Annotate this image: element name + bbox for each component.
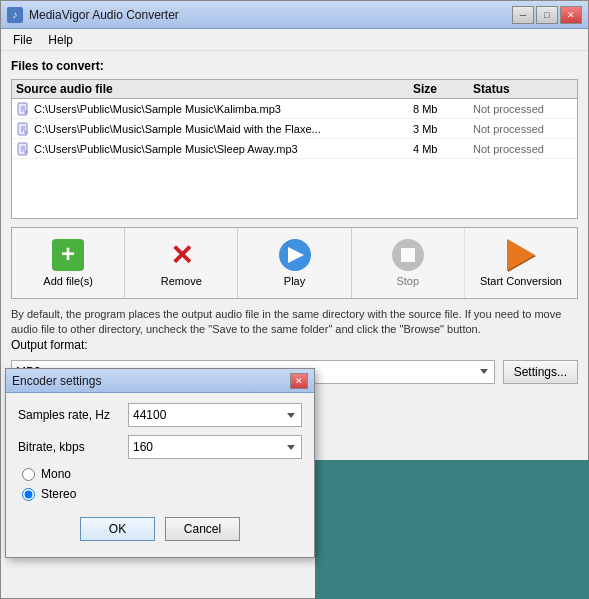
file-name-2: C:\Users\Public\Music\Sample Music\Sleep… xyxy=(16,142,413,156)
music-file-icon xyxy=(16,142,30,156)
header-name: Source audio file xyxy=(16,82,413,96)
close-button[interactable]: ✕ xyxy=(560,6,582,24)
header-size: Size xyxy=(413,82,473,96)
bitrate-select[interactable]: 160 128 96 64 320 xyxy=(128,435,302,459)
music-file-icon xyxy=(16,122,30,136)
bitrate-row: Bitrate, kbps 160 128 96 64 320 xyxy=(18,435,302,459)
minimize-button[interactable]: ─ xyxy=(512,6,534,24)
file-list-header: Source audio file Size Status xyxy=(12,80,577,99)
play-button[interactable]: Play xyxy=(238,228,351,298)
start-conversion-icon xyxy=(505,239,537,271)
file-list: Source audio file Size Status C:\Users\P… xyxy=(11,79,578,219)
start-conversion-button[interactable]: Start Conversion xyxy=(465,228,577,298)
file-status-1: Not processed xyxy=(473,123,573,135)
play-icon xyxy=(279,239,311,271)
dialog-buttons: OK Cancel xyxy=(18,511,302,547)
table-row[interactable]: C:\Users\Public\Music\Sample Music\Maid … xyxy=(12,119,577,139)
stereo-radio-row: Stereo xyxy=(18,487,302,501)
description-text: By default, the program places the outpu… xyxy=(11,307,578,338)
add-icon xyxy=(52,239,84,271)
music-file-icon xyxy=(16,102,30,116)
start-conversion-label: Start Conversion xyxy=(480,275,562,287)
add-files-label: Add file(s) xyxy=(43,275,93,287)
settings-button[interactable]: Settings... xyxy=(503,360,578,384)
menu-file[interactable]: File xyxy=(5,31,40,49)
menu-bar: File Help xyxy=(1,29,588,51)
table-row[interactable]: C:\Users\Public\Music\Sample Music\Kalim… xyxy=(12,99,577,119)
stop-icon xyxy=(392,239,424,271)
output-format-label: Output format: xyxy=(11,338,578,352)
maximize-button[interactable]: □ xyxy=(536,6,558,24)
svg-point-5 xyxy=(24,150,28,154)
remove-label: Remove xyxy=(161,275,202,287)
title-buttons: ─ □ ✕ xyxy=(512,6,582,24)
window-title: MediaVigor Audio Converter xyxy=(29,8,179,22)
add-files-button[interactable]: Add file(s) xyxy=(12,228,125,298)
title-bar-left: ♪ MediaVigor Audio Converter xyxy=(7,7,179,23)
mono-label: Mono xyxy=(41,467,71,481)
app-icon: ♪ xyxy=(7,7,23,23)
svg-point-3 xyxy=(24,130,28,134)
play-label: Play xyxy=(284,275,305,287)
file-list-body: C:\Users\Public\Music\Sample Music\Kalim… xyxy=(12,99,577,159)
files-section-title: Files to convert: xyxy=(11,59,578,73)
teal-background xyxy=(315,460,589,599)
dialog-content: Samples rate, Hz 44100 22050 11025 8000 … xyxy=(6,393,314,557)
dialog-title-text: Encoder settings xyxy=(12,374,101,388)
table-row[interactable]: C:\Users\Public\Music\Sample Music\Sleep… xyxy=(12,139,577,159)
file-size-1: 3 Mb xyxy=(413,123,473,135)
header-status: Status xyxy=(473,82,573,96)
menu-help[interactable]: Help xyxy=(40,31,81,49)
dialog-ok-button[interactable]: OK xyxy=(80,517,155,541)
file-name-1: C:\Users\Public\Music\Sample Music\Maid … xyxy=(16,122,413,136)
sample-rate-label: Samples rate, Hz xyxy=(18,408,128,422)
title-bar: ♪ MediaVigor Audio Converter ─ □ ✕ xyxy=(1,1,588,29)
stop-button[interactable]: Stop xyxy=(352,228,465,298)
bitrate-label: Bitrate, kbps xyxy=(18,440,128,454)
file-size-2: 4 Mb xyxy=(413,143,473,155)
dialog-cancel-button[interactable]: Cancel xyxy=(165,517,240,541)
stereo-label: Stereo xyxy=(41,487,76,501)
file-name-0: C:\Users\Public\Music\Sample Music\Kalim… xyxy=(16,102,413,116)
mono-radio[interactable] xyxy=(22,468,35,481)
sample-rate-row: Samples rate, Hz 44100 22050 11025 8000 xyxy=(18,403,302,427)
remove-button[interactable]: ✕ Remove xyxy=(125,228,238,298)
sample-rate-select[interactable]: 44100 22050 11025 8000 xyxy=(128,403,302,427)
mono-radio-row: Mono xyxy=(18,467,302,481)
file-status-2: Not processed xyxy=(473,143,573,155)
file-status-0: Not processed xyxy=(473,103,573,115)
dialog-close-button[interactable]: ✕ xyxy=(290,373,308,389)
stop-label: Stop xyxy=(396,275,419,287)
toolbar: Add file(s) ✕ Remove Play Stop Start Con… xyxy=(11,227,578,299)
stereo-radio[interactable] xyxy=(22,488,35,501)
file-size-0: 8 Mb xyxy=(413,103,473,115)
remove-icon: ✕ xyxy=(165,239,197,271)
encoder-settings-dialog: Encoder settings ✕ Samples rate, Hz 4410… xyxy=(5,368,315,558)
dialog-title-bar: Encoder settings ✕ xyxy=(6,369,314,393)
